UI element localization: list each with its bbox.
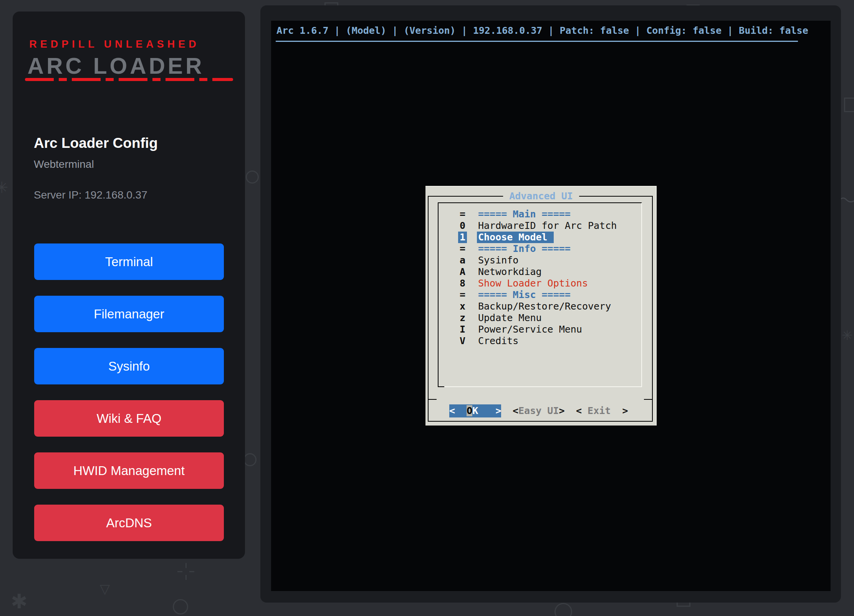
menu-item-label: ===== Info ===== bbox=[478, 243, 571, 255]
menu-item-label: Power/Service Menu bbox=[478, 324, 582, 335]
sparkle-decoration-icon: ✳ bbox=[842, 329, 853, 342]
hwid-management-button[interactable]: HWID Management bbox=[34, 452, 224, 489]
sysinfo-button[interactable]: Sysinfo bbox=[34, 348, 224, 384]
menu-item-key: I bbox=[460, 324, 465, 335]
menu-item[interactable]: IPower/Service Menu bbox=[425, 324, 657, 335]
menu-item-label: HardwareID for Arc Patch bbox=[478, 220, 617, 232]
logo-tagline: REDPILL UNLEASHED bbox=[26, 38, 203, 50]
menu-item-key: 1 bbox=[458, 232, 467, 243]
arc-loader-logo: REDPILL UNLEASHED ARC LOADER bbox=[26, 38, 203, 79]
ok-button-text: K > bbox=[472, 405, 501, 416]
arcdns-button[interactable]: ArcDNS bbox=[34, 505, 224, 541]
page-title: Arc Loader Config bbox=[34, 135, 158, 151]
exit-bracket: > bbox=[616, 405, 628, 416]
menu-item[interactable]: 8Show Loader Options bbox=[425, 278, 657, 289]
menu-item-key: a bbox=[460, 255, 465, 266]
circle-decoration-icon bbox=[243, 453, 257, 466]
terminal-screen[interactable]: Arc 1.6.7 | (Model) | (Version) | 192.16… bbox=[271, 21, 831, 591]
triangle-decoration-icon: ▽ bbox=[100, 582, 110, 595]
menu-item-label: Sysinfo bbox=[478, 255, 518, 266]
exit-button[interactable]: < Exit > bbox=[576, 404, 628, 417]
easy-ui-bracket: > bbox=[559, 405, 564, 416]
menu-item-key: 0 bbox=[460, 220, 465, 232]
dialog-divider-left bbox=[428, 399, 437, 400]
terminal-frame: Arc 1.6.7 | (Model) | (Version) | 192.16… bbox=[260, 5, 841, 603]
page-subtitle: Webterminal bbox=[34, 158, 94, 171]
wiki-faq-button[interactable]: Wiki & FAQ bbox=[34, 400, 224, 437]
dialog-title: Advanced UI bbox=[503, 190, 579, 202]
menu-item[interactable]: ====== Info ===== bbox=[425, 243, 657, 255]
menu-item[interactable]: ANetworkdiag bbox=[425, 266, 657, 278]
dialog-buttons: < OK > <Easy UI> < Exit > bbox=[425, 404, 657, 417]
terminal-statusbar: Arc 1.6.7 | (Model) | (Version) | 192.16… bbox=[276, 25, 808, 36]
menu-item-key: x bbox=[460, 301, 465, 312]
easy-ui-button[interactable]: <Easy UI> bbox=[513, 404, 564, 417]
circle-decoration-icon bbox=[554, 603, 572, 616]
menu-item-label: ===== Main ===== bbox=[478, 209, 571, 220]
menu-item-key: = bbox=[460, 243, 465, 255]
dialog-menu: ====== Main =====0HardwareID for Arc Pat… bbox=[425, 209, 657, 347]
menu-item[interactable]: 1Choose Model bbox=[425, 232, 657, 243]
menu-item[interactable]: ====== Main ===== bbox=[425, 209, 657, 220]
ok-button[interactable]: < OK > bbox=[449, 404, 501, 417]
menu-item[interactable]: zUpdate Menu bbox=[425, 312, 657, 324]
easy-ui-label: Easy UI bbox=[518, 405, 559, 416]
menu-item-label: Credits bbox=[478, 335, 518, 347]
menu-item-key: z bbox=[460, 312, 465, 324]
menu-item[interactable]: xBackup/Restore/Recovery bbox=[425, 301, 657, 312]
menu-item-label: Networkdiag bbox=[478, 266, 542, 278]
menu-item-key: = bbox=[460, 289, 465, 301]
sparkle-decoration-icon: ✳ bbox=[0, 180, 8, 195]
sidebar: REDPILL UNLEASHED ARC LOADER Arc Loader … bbox=[13, 12, 245, 559]
exit-label: Exit bbox=[582, 405, 616, 416]
exit-bracket: < bbox=[576, 405, 582, 416]
menu-item-label: Choose Model bbox=[477, 232, 554, 243]
asterisk-decoration-icon: ✱ bbox=[11, 591, 28, 611]
menu-item-key: = bbox=[460, 209, 465, 220]
square-decoration-icon bbox=[844, 98, 854, 112]
menu-item[interactable]: aSysinfo bbox=[425, 255, 657, 266]
sidebar-actions: Terminal Filemanager Sysinfo Wiki & FAQ … bbox=[34, 243, 224, 541]
arc-loader-page: ▽ ✱ ✳ ✳ REDPILL UNLEASHED ARC LOADER Arc… bbox=[0, 0, 854, 616]
menu-item[interactable]: VCredits bbox=[425, 335, 657, 347]
menu-item-label: Show Loader Options bbox=[478, 278, 588, 289]
ok-button-cursor: O bbox=[467, 405, 472, 416]
menu-item-label: Update Menu bbox=[478, 312, 542, 324]
menu-item-key: A bbox=[460, 266, 465, 278]
menu-item-label: Backup/Restore/Recovery bbox=[478, 301, 611, 312]
logo-dashed-divider bbox=[25, 78, 233, 81]
ok-button-text: < bbox=[449, 405, 467, 416]
terminal-statusbar-rule bbox=[276, 41, 798, 42]
menu-item-key: V bbox=[460, 335, 465, 347]
menu-item[interactable]: ====== Misc ===== bbox=[425, 289, 657, 301]
easy-ui-bracket: < bbox=[513, 405, 518, 416]
dialog-divider-right bbox=[644, 399, 653, 400]
filemanager-button[interactable]: Filemanager bbox=[34, 296, 224, 332]
crosshair-decoration-icon bbox=[177, 563, 194, 580]
logo-wordmark: ARC LOADER bbox=[28, 53, 202, 79]
terminal-button[interactable]: Terminal bbox=[34, 243, 224, 280]
menu-item-key: 8 bbox=[460, 278, 465, 289]
server-ip-label: Server IP: 192.168.0.37 bbox=[34, 189, 147, 201]
menu-item-label: ===== Misc ===== bbox=[478, 289, 571, 301]
circle-decoration-icon bbox=[246, 171, 259, 184]
menu-item[interactable]: 0HardwareID for Arc Patch bbox=[425, 220, 657, 232]
circle-decoration-icon bbox=[173, 599, 188, 614]
advanced-ui-dialog: Advanced UI ====== Main =====0HardwareID… bbox=[425, 186, 657, 426]
